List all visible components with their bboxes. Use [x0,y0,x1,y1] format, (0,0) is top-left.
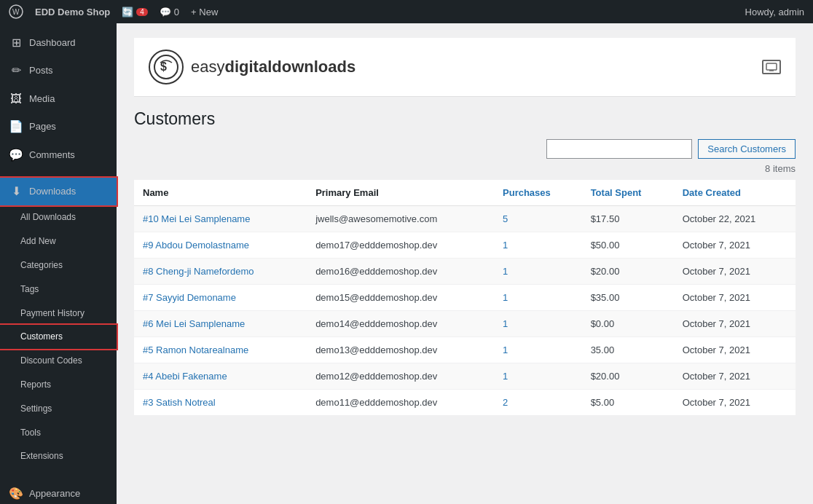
purchases-sort-link[interactable]: Purchases [503,187,551,198]
purchases-link[interactable]: 1 [503,318,508,329]
purchases-link[interactable]: 2 [503,397,508,408]
sidebar-item-downloads[interactable]: ⬇ Downloads [0,178,117,205]
col-date-created: Date Created [674,180,796,206]
sidebar-item-categories[interactable]: Categories [0,253,117,277]
cell-email: demo11@edddemoshop.dev [307,389,494,415]
cell-date-created: October 22, 2021 [674,205,796,232]
table-header: Name Primary Email Purchases Total Spent… [134,180,796,206]
comments-item[interactable]: 💬 0 [160,7,179,17]
table-row: #3 Satish Notreal demo11@edddemoshop.dev… [134,389,796,415]
sidebar-item-extensions[interactable]: Extensions [0,444,117,468]
purchases-link[interactable]: 1 [503,344,508,355]
customers-label: Customers [20,331,63,343]
cell-name: #6 Mei Lei Samplename [134,310,307,336]
plugin-logo-icon: $ [149,50,184,84]
sidebar-item-add-new[interactable]: Add New [0,229,117,253]
sidebar-item-discount-codes[interactable]: Discount Codes [0,349,117,373]
cell-name: #3 Satish Notreal [134,389,307,415]
comments-count: 0 [174,7,179,17]
cell-date-created: October 7, 2021 [674,310,796,336]
main-content: $ easydigitaldownloads Customers [117,23,813,504]
cell-purchases: 1 [494,232,582,258]
col-name: Name [134,180,307,206]
pages-icon: 📄 [9,119,23,135]
sidebar-item-all-downloads[interactable]: All Downloads [0,205,117,229]
cell-purchases: 1 [494,336,582,363]
sidebar-item-comments[interactable]: 💬 Comments [0,141,117,169]
sidebar-item-label: Posts [29,64,53,77]
date-created-sort-link[interactable]: Date Created [683,187,741,198]
total-spent-sort-link[interactable]: Total Spent [591,187,642,198]
purchases-link[interactable]: 1 [503,240,508,251]
sidebar-item-pages[interactable]: 📄 Pages [0,113,117,141]
edd-logo-svg: $ [153,54,179,80]
sidebar-item-customers[interactable]: Customers [0,325,117,349]
purchases-link[interactable]: 5 [503,213,508,224]
table-row: #5 Ramon Notarealname demo13@edddemoshop… [134,336,796,363]
cell-date-created: October 7, 2021 [674,232,796,258]
purchases-link[interactable]: 1 [503,371,508,382]
new-item[interactable]: + New [191,7,218,17]
sidebar-item-label: Media [29,92,55,106]
discount-codes-label: Discount Codes [20,355,82,367]
sidebar-item-appearance[interactable]: 🎨 Appearance [0,480,117,504]
plugin-header: $ easydigitaldownloads [134,38,796,97]
customer-name-link[interactable]: #8 Cheng-ji Namefordemo [143,266,254,277]
purchases-link[interactable]: 1 [503,266,508,277]
sidebar-item-payment-history[interactable]: Payment History [0,302,117,326]
cell-date-created: October 7, 2021 [674,284,796,310]
wordpress-logo: W [9,4,23,19]
updates-item[interactable]: 🔄 4 [122,7,148,17]
table-row: #10 Mei Lei Samplename jwells@awesomemot… [134,205,796,232]
updates-icon: 🔄 [122,7,133,17]
customer-name-link[interactable]: #6 Mei Lei Samplename [143,318,245,329]
sidebar-item-tags[interactable]: Tags [0,277,117,302]
cell-email: jwells@awesomemotive.com [307,205,494,232]
customer-name-link[interactable]: #10 Mei Lei Samplename [143,213,250,224]
page-content: Customers Search Customers 8 items Name … [134,109,796,416]
svg-rect-4 [766,63,777,70]
downloads-icon: ⬇ [9,184,23,200]
cell-total-spent: $0.00 [582,310,674,336]
sidebar-item-media[interactable]: 🖼 Media [0,85,117,113]
cell-date-created: October 7, 2021 [674,258,796,284]
sidebar-item-reports[interactable]: Reports [0,373,117,397]
sidebar-item-posts[interactable]: ✏ Posts [0,57,117,84]
appearance-icon: 🎨 [9,486,23,502]
screen-options-icon[interactable] [762,60,781,74]
customer-name-link[interactable]: #5 Ramon Notarealname [143,344,248,355]
tools-label: Tools [20,427,41,439]
sidebar-item-tools[interactable]: Tools [0,421,117,445]
cell-name: #5 Ramon Notarealname [134,336,307,363]
appearance-label: Appearance [29,487,80,500]
cell-email: demo12@edddemoshop.dev [307,363,494,389]
table-row: #4 Abebi Fakename demo12@edddemoshop.dev… [134,363,796,389]
sidebar-item-label: Dashboard [29,36,76,50]
sidebar-item-settings[interactable]: Settings [0,397,117,421]
add-new-label: Add New [20,235,56,248]
all-downloads-label: All Downloads [20,211,76,224]
cell-purchases: 1 [494,363,582,389]
items-count: 8 items [134,163,796,174]
payment-history-label: Payment History [20,307,85,320]
cell-name: #8 Cheng-ji Namefordemo [134,258,307,284]
customer-name-link[interactable]: #3 Satish Notreal [143,397,216,408]
col-purchases: Purchases [494,180,582,206]
logo-text-plain: easy [191,58,224,76]
cell-purchases: 2 [494,389,582,415]
cell-email: demo14@edddemoshop.dev [307,310,494,336]
search-customers-input[interactable] [546,139,692,159]
customer-name-link[interactable]: #7 Sayyid Demoname [143,292,236,303]
search-customers-button[interactable]: Search Customers [698,139,796,159]
dashboard-icon: ⊞ [9,35,23,51]
cell-name: #10 Mei Lei Samplename [134,205,307,232]
customer-name-link[interactable]: #4 Abebi Fakename [143,371,227,382]
categories-label: Categories [20,259,63,272]
purchases-link[interactable]: 1 [503,292,508,303]
customer-name-link[interactable]: #9 Abdou Demolastname [143,240,249,251]
sidebar-item-dashboard[interactable]: ⊞ Dashboard [0,29,117,57]
downloads-submenu: All Downloads Add New Categories Tags Pa… [0,205,117,468]
site-name[interactable]: EDD Demo Shop [35,7,110,17]
posts-icon: ✏ [9,63,23,79]
plugin-logo: $ easydigitaldownloads [149,50,356,84]
